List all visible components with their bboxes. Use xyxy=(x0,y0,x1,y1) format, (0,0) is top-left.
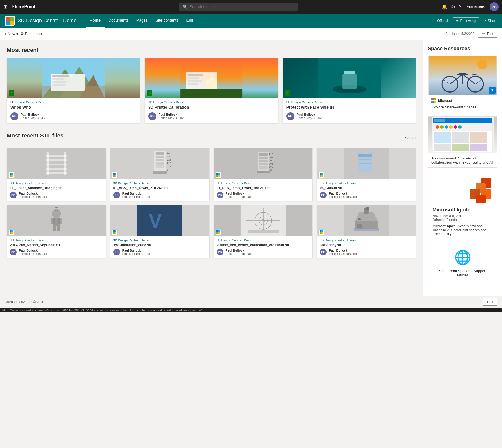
toolbar-left: + New ▾ ⚙ Page details xyxy=(5,32,45,36)
copyright: CoPa Creative Ltd © 2020 xyxy=(5,300,44,304)
svg-rect-25 xyxy=(344,71,355,74)
stl-card-6[interactable]: 3D Design Centre - Demo 200mm_bed_center… xyxy=(214,205,313,258)
svg-rect-62 xyxy=(259,166,267,169)
nav-documents[interactable]: Documents xyxy=(105,14,132,28)
stl-footer-3: PB Paul Bullock Edited 11 hours ago xyxy=(320,192,413,198)
nav-edit[interactable]: Edit xyxy=(182,14,197,28)
edit-label: Edit xyxy=(487,32,493,36)
svg-rect-84 xyxy=(321,173,323,175)
svg-rect-20 xyxy=(188,80,202,82)
stl-thumb-1: 240 235 225 220 215 210 xyxy=(110,148,209,179)
stl-card-2[interactable]: 210 205 200 195 190 185 180 xyxy=(214,148,313,201)
svg-rect-16 xyxy=(180,89,242,98)
svg-rect-35 xyxy=(11,173,13,175)
sidebar-globe-card[interactable]: 🌐 SharePoint Spaces - Support Articles xyxy=(428,245,497,282)
stl-card-7[interactable]: 3D Design Centre - Demo 3DBenchy.stl PB … xyxy=(317,205,416,258)
following-button[interactable]: ★ Following xyxy=(453,17,479,24)
brand-name[interactable]: SharePoint xyxy=(12,4,35,9)
sidebar-card-body-spaces: Microsoft Explore SharePoint Spaces xyxy=(428,95,497,112)
stl-thumb-6 xyxy=(214,205,313,236)
card-avatar-1: PB xyxy=(148,112,156,120)
stl-badge-7 xyxy=(318,229,324,235)
svg-text:195: 195 xyxy=(269,162,273,165)
page-details-button[interactable]: ⚙ Page details xyxy=(21,32,45,36)
svg-rect-148 xyxy=(434,101,436,103)
stl-card-3[interactable]: 3D Design Centre - Demo 06_CaliCat.stl P… xyxy=(317,148,416,201)
svg-rect-161 xyxy=(452,132,469,143)
svg-rect-115 xyxy=(218,232,220,234)
sidebar-card-announcement[interactable]: Announcement: SharePoint collaboration w… xyxy=(428,116,497,168)
edit-button[interactable]: ✏ Edit xyxy=(478,30,497,38)
svg-rect-111 xyxy=(247,230,279,233)
bottom-edit-button[interactable]: Edit xyxy=(483,298,497,306)
stl-section: Most recent STL files See all xyxy=(7,132,416,258)
share-button[interactable]: ↗ Share xyxy=(483,19,497,23)
nav-site-contents[interactable]: Site contents xyxy=(152,14,182,28)
stl-footer-1: PB Paul Bullock Edited 11 hours ago xyxy=(113,192,207,198)
recent-card-0[interactable]: S 3D Design Centre - Demo Whos Who PB Pa… xyxy=(7,58,140,123)
stl-footer-5: PB Paul Bullock Edited 11 hours ago xyxy=(113,249,207,255)
site-nav: 3D Design Centre - Demo Home Documents P… xyxy=(0,14,502,28)
stl-thumb-5: V xyxy=(110,205,209,236)
svg-point-155 xyxy=(440,125,444,129)
help-icon[interactable]: ? xyxy=(459,4,462,9)
share-icon: ↗ xyxy=(483,19,486,23)
recent-card-1[interactable]: S 3D Design Centre - Demo 3D Printer Cal… xyxy=(145,58,278,123)
notification-icon[interactable]: 🔔 xyxy=(442,4,447,10)
nav-pages[interactable]: Pages xyxy=(132,14,152,28)
svg-rect-163 xyxy=(434,144,451,151)
card-title-0: Whos Who xyxy=(10,105,136,110)
sidebar-ignite-card[interactable]: Microsoft Ignite November 4-8, 2019 Orla… xyxy=(428,172,497,241)
stl-body-5: 3D Design Centre - Demo xyzCalibration_c… xyxy=(110,236,209,258)
stl-body-0: 3D Design Centre - Demo 11_Linear_Advanc… xyxy=(7,179,106,201)
svg-rect-29 xyxy=(46,155,67,157)
sidebar: Space Resources xyxy=(423,40,502,296)
plus-icon: + xyxy=(5,32,7,36)
svg-rect-160 xyxy=(434,132,451,143)
stl-card-5[interactable]: V 3D Design Centre - Demo xyzCalibration… xyxy=(110,205,210,258)
stl-footer-0: PB Paul Bullock Edited 11 hours ago xyxy=(10,192,103,198)
search-input[interactable] xyxy=(190,5,294,9)
svg-text:235: 235 xyxy=(167,155,171,158)
svg-rect-34 xyxy=(10,173,11,175)
svg-rect-127 xyxy=(321,232,323,234)
svg-rect-125 xyxy=(321,230,323,232)
top-nav: ⊞ SharePoint 🔍 🔔 ⚙ ? Paul Bullock PB xyxy=(0,0,502,14)
new-button[interactable]: + New ▾ xyxy=(5,32,18,36)
stl-thumb-0 xyxy=(7,148,106,179)
settings-icon[interactable]: ⚙ xyxy=(451,4,455,10)
stl-badge-1 xyxy=(112,172,118,178)
toolbar: + New ▾ ⚙ Page details Published 5/3/202… xyxy=(0,28,502,40)
grid-icon[interactable]: ⊞ xyxy=(3,4,8,10)
svg-rect-86 xyxy=(321,175,323,177)
svg-rect-101 xyxy=(113,230,115,232)
card-body-2: 3D Design Centre - Demo Protect with Fac… xyxy=(283,98,416,123)
stl-card-0[interactable]: 3D Design Centre - Demo 11_Linear_Advanc… xyxy=(7,148,106,201)
sidebar-card-spaces[interactable]: S Microsoft Explore SharePoint Spaces xyxy=(428,56,497,112)
svg-text:220: 220 xyxy=(167,162,171,165)
svg-text:210: 210 xyxy=(167,169,171,171)
stl-avatar-3: PB xyxy=(320,192,327,198)
stl-thumb-7 xyxy=(317,205,416,236)
stl-badge-5 xyxy=(112,229,118,235)
recent-card-2[interactable]: S 3D Design Centre - Demo Protect with F… xyxy=(283,58,416,123)
svg-rect-59 xyxy=(259,157,267,159)
card-badge-0: S xyxy=(9,90,14,96)
svg-rect-13 xyxy=(52,84,65,86)
nav-home[interactable]: Home xyxy=(86,14,105,28)
card-thumb-1: S xyxy=(145,58,278,98)
see-all-link[interactable]: See all xyxy=(405,136,416,140)
svg-rect-32 xyxy=(46,168,67,170)
svg-rect-74 xyxy=(218,175,220,177)
svg-rect-121 xyxy=(366,207,369,210)
following-label: Following xyxy=(460,19,476,23)
stl-card-1[interactable]: 240 235 225 220 215 210 3D Design Centre… xyxy=(110,148,210,201)
avatar[interactable]: PB xyxy=(490,2,499,11)
stl-body-7: 3D Design Centre - Demo 3DBenchy.stl PB … xyxy=(317,236,416,258)
stl-thumb-3 xyxy=(317,148,416,179)
svg-rect-97 xyxy=(10,232,11,234)
stl-card-4[interactable]: 3D Design Centre - Demo 20140205_Marvin_… xyxy=(7,205,106,258)
top-nav-icons: 🔔 ⚙ ? Paul Bullock PB xyxy=(442,2,499,11)
svg-rect-113 xyxy=(218,230,220,232)
svg-rect-30 xyxy=(46,159,67,161)
